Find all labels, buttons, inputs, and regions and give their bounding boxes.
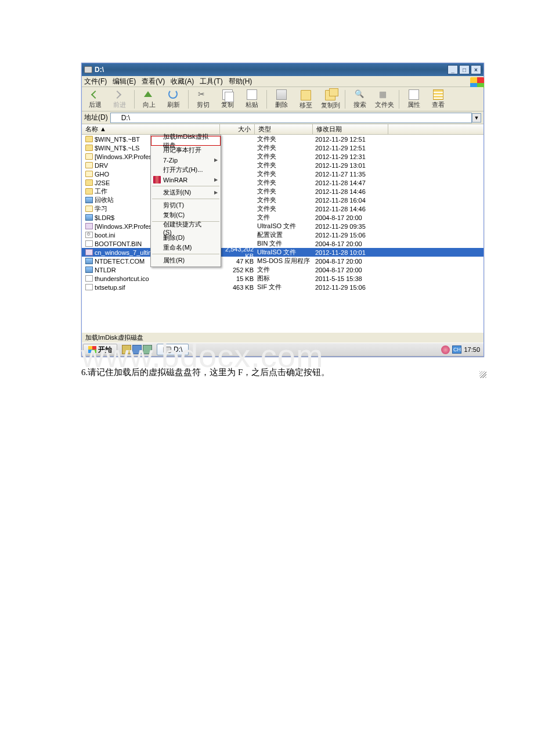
file-type: 文件	[256, 265, 314, 274]
maximize-button[interactable]: □	[459, 65, 470, 74]
address-field[interactable]: D:\	[110, 113, 472, 123]
file-size: 463 KB	[221, 284, 256, 291]
file-row[interactable]: txtsetup.sif463 KBSIF 文件2012-11-29 15:06	[82, 283, 484, 291]
file-row[interactable]: $WIN_NT$.~BT文件夹2012-11-29 12:51	[82, 135, 484, 143]
ctx-7zip[interactable]: 7-Zip	[151, 155, 220, 165]
file-row[interactable]: thundershortcut.ico15 KB图标2011-5-15 15:3…	[82, 274, 484, 283]
titlebar[interactable]: D:\ _ □ ×	[82, 63, 484, 76]
file-row[interactable]: $WIN_NT$.~LS文件夹2012-11-29 12:51	[82, 143, 484, 152]
file-icon	[85, 162, 93, 168]
ctx-copy[interactable]: 复制(C)	[151, 210, 220, 220]
quick-launch-icon[interactable]	[122, 345, 131, 354]
refresh-button[interactable]: 刷新	[163, 88, 185, 110]
quick-launch-icon[interactable]	[132, 345, 142, 354]
menu-help[interactable]: 帮助(H)	[229, 77, 252, 87]
copyto-button[interactable]: 复制到	[319, 88, 341, 110]
drive-icon	[84, 66, 92, 73]
drive-icon	[163, 347, 171, 353]
file-row[interactable]: DRV文件夹2012-11-29 13:01	[82, 161, 484, 170]
file-name: NTLDR	[95, 267, 221, 273]
ctx-open-notepad[interactable]: 用记事本打开	[151, 145, 220, 155]
file-row[interactable]: cn_windows_7_ultimate_x86_...2,543,202 K…	[82, 248, 484, 257]
file-icon	[85, 267, 93, 273]
view-button[interactable]: 查看	[427, 88, 449, 110]
file-list[interactable]: $WIN_NT$.~BT文件夹2012-11-29 12:51$WIN_NT$.…	[82, 135, 484, 332]
file-row[interactable]: [Windows.XP.ProfessUltraISO 文件2012-11-29…	[82, 222, 484, 231]
file-date: 2012-11-29 12:31	[314, 153, 389, 160]
ctx-rename[interactable]: 重命名(M)	[151, 243, 220, 253]
file-icon	[85, 171, 93, 177]
file-type: BIN 文件	[256, 239, 314, 248]
file-type: 文件夹	[256, 178, 314, 187]
file-date: 2012-11-28 10:01	[314, 249, 389, 256]
copy-button[interactable]: 复制	[217, 88, 239, 110]
file-type: UltraISO 文件	[256, 222, 314, 231]
language-indicator[interactable]: CH	[452, 345, 461, 354]
delete-button[interactable]: 删除	[270, 88, 293, 110]
address-dropdown-icon[interactable]: ▼	[472, 113, 481, 123]
search-button[interactable]: 搜索	[349, 88, 371, 110]
file-icon	[85, 188, 93, 195]
header-date[interactable]: 修改日期	[313, 124, 388, 134]
file-row[interactable]: GHO文件夹2012-11-27 11:35	[82, 170, 484, 178]
cut-button[interactable]: 剪切	[192, 88, 214, 110]
file-type: 文件夹	[256, 204, 314, 213]
address-value: D:\	[121, 114, 130, 122]
windows-flag-icon	[88, 346, 96, 353]
folders-button[interactable]: 文件夹	[373, 88, 395, 110]
header-type[interactable]: 类型	[255, 124, 313, 134]
up-button[interactable]: 向上	[138, 88, 160, 110]
file-type: 文件夹	[256, 161, 314, 170]
file-row[interactable]: $LDR$文件2004-8-17 20:00	[82, 213, 484, 222]
file-name: txtsetup.sif	[95, 284, 221, 291]
ctx-cut[interactable]: 剪切(T)	[151, 200, 220, 210]
file-icon	[85, 275, 93, 282]
tray-icon[interactable]	[441, 345, 450, 354]
file-type: SIF 文件	[256, 283, 314, 291]
menu-edit[interactable]: 编辑(E)	[113, 77, 136, 87]
file-date: 2012-11-29 09:35	[314, 223, 389, 230]
quick-launch-icon[interactable]	[143, 345, 152, 354]
close-button[interactable]: ×	[471, 65, 481, 74]
taskbar: 开始 D:\ CH 17:50	[82, 343, 484, 357]
header-size[interactable]: 大小	[220, 124, 255, 134]
file-row[interactable]: [Windows.XP.Profess文件夹2012-11-29 12:31	[82, 152, 484, 161]
taskbar-item[interactable]: D:\	[157, 344, 189, 355]
file-date: 2004-8-17 20:00	[314, 240, 389, 247]
file-row[interactable]: J2SE文件夹2012-11-28 14:47	[82, 178, 484, 187]
file-icon	[85, 240, 93, 247]
menu-view[interactable]: 查看(V)	[142, 77, 165, 87]
paste-button[interactable]: 粘贴	[241, 88, 263, 110]
ctx-open-with[interactable]: 打开方式(H)...	[151, 165, 220, 175]
start-button[interactable]: 开始	[83, 344, 117, 355]
menu-favorites[interactable]: 收藏(A)	[171, 77, 194, 87]
file-row[interactable]: 回收站文件夹2012-11-28 16:04	[82, 196, 484, 204]
back-button[interactable]: 后退	[84, 88, 106, 110]
file-date: 2012-11-29 13:01	[314, 162, 389, 169]
file-row[interactable]: NTDETECT.COM47 KBMS-DOS 应用程序2004-8-17 20…	[82, 257, 484, 265]
ctx-mount-imdisk[interactable]: 加载ImDisk虚拟磁盘	[151, 136, 221, 146]
resize-grip-icon[interactable]	[479, 371, 486, 378]
file-row[interactable]: 工作文件夹2012-11-28 14:46	[82, 187, 484, 196]
file-icon	[85, 153, 93, 160]
menu-tools[interactable]: 工具(T)	[200, 77, 222, 87]
moveto-button[interactable]: 移至	[295, 88, 317, 110]
clock[interactable]: 17:50	[464, 346, 480, 353]
menu-file[interactable]: 文件(F)	[84, 77, 107, 87]
ctx-winrar[interactable]: WinRAR	[151, 175, 220, 185]
file-type: MS-DOS 应用程序	[256, 257, 314, 265]
file-icon	[85, 179, 93, 186]
file-date: 2012-11-29 12:51	[314, 136, 389, 143]
file-row[interactable]: BOOTFONT.BINBIN 文件2004-8-17 20:00	[82, 239, 484, 248]
file-row[interactable]: 学习文件夹2012-11-28 14:46	[82, 204, 484, 213]
ctx-delete[interactable]: 删除(D)	[151, 233, 220, 243]
minimize-button[interactable]: _	[448, 65, 458, 74]
ctx-create-shortcut[interactable]: 创建快捷方式(S)	[151, 223, 220, 233]
file-row[interactable]: NTLDR252 KB文件2004-8-17 20:00	[82, 265, 484, 274]
properties-button[interactable]: 属性	[403, 88, 425, 110]
ctx-properties[interactable]: 属性(R)	[151, 255, 220, 265]
file-row[interactable]: boot.ini配置设置2012-11-29 15:06	[82, 231, 484, 239]
file-date: 2012-11-27 11:35	[314, 171, 389, 178]
ctx-send-to[interactable]: 发送到(N)	[151, 188, 220, 197]
file-icon	[85, 284, 93, 290]
